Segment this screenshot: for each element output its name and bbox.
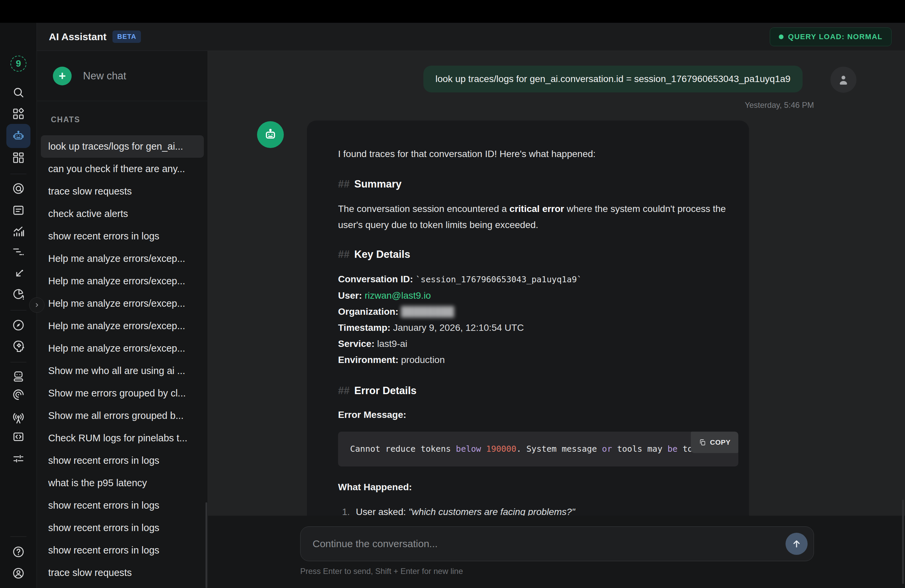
broadcast-antenna-icon[interactable] [10,410,27,426]
service-target-icon[interactable] [10,181,27,197]
account-icon[interactable] [10,565,27,581]
list-number: 1. [342,505,350,516]
code-token: 190000 [486,444,516,454]
heading-hashes: ## [338,178,349,190]
chat-history-list: look up traces/logs for gen_ai...can you… [41,135,204,584]
chat-history-item[interactable]: look up traces/logs for gen_ai... [41,135,204,158]
copy-icon [699,438,707,447]
apps-grid-icon[interactable] [10,106,27,122]
heading-hashes: ## [338,385,349,396]
query-load-badge: QUERY LOAD: NORMAL [770,27,892,46]
chat-history-item[interactable]: show recent errors in logs [41,225,204,248]
conversation-panel: look up traces/logs for gen_ai.conversat… [208,51,905,516]
rail-divider [10,362,27,362]
summary-heading: ##Summary [338,177,729,192]
detail-row: Organization: ████████ [338,304,729,320]
heading-hashes: ## [338,248,349,260]
code-token: . System message [516,444,602,454]
summary-paragraph: The conversation session encountered a c… [338,201,745,233]
list-text: User asked: "which customers are facing … [356,505,575,516]
chat-history-item[interactable]: Check RUM logs for pinelabs t... [41,427,204,450]
chat-history-item[interactable]: check active alerts [41,203,204,225]
robot-icon [263,127,278,142]
status-dot-icon [779,35,783,39]
rail-divider [10,174,27,174]
detail-row: Environment: production [338,352,729,368]
chat-history-item[interactable]: can you check if there are any... [41,158,204,180]
assistant-message-card: I found traces for that conversation ID!… [307,121,749,516]
window-top-strip [0,0,905,23]
chat-history-item[interactable]: show recent errors in logs [41,539,204,561]
composer-hint: Press Enter to send, Shift + Enter for n… [300,567,463,576]
beta-badge: BETA [113,30,141,43]
discover-compass-icon[interactable] [10,317,27,333]
chats-sidebar: + New chat CHATS look up traces/logs for… [37,51,208,588]
last9-logo[interactable]: 9 [10,56,27,72]
new-chat-label: New chat [83,70,126,82]
chat-history-item[interactable]: Show me who all are using ai ... [41,360,204,382]
app-header: AI Assistant BETA QUERY LOAD: NORMAL [37,23,905,51]
chat-history-item[interactable]: trace slow requests [41,180,204,203]
detail-label: Timestamp: [338,323,393,333]
logs-document-icon[interactable] [10,202,27,218]
error-code-block: Cannot reduce tokens below 190000. Syste… [338,432,738,466]
detail-label: Conversation ID: [338,274,416,284]
chat-history-item[interactable]: Help me analyze errors/excep... [41,270,204,292]
settings-sliders-icon[interactable] [10,451,27,467]
detail-value: production [401,354,445,365]
chat-history-item[interactable]: show recent errors in logs [41,516,204,539]
rail-divider [10,310,27,310]
list-text-quote: "which customers are facing problems?" [409,507,575,516]
grafana-spiral-icon[interactable] [10,386,27,402]
chat-history-item[interactable]: Show me errors grouped by cl... [41,382,204,405]
chat-history-item[interactable]: what is the p95 latency [41,472,204,494]
new-chat-button[interactable]: + New chat [37,51,208,101]
detail-value: ████████ [401,307,454,317]
chat-history-item[interactable]: trace slow requests [41,561,204,584]
key-details-list: Conversation ID: `session_1767960653043_… [338,271,729,368]
error-code-text: Cannot reduce tokens below 190000. Syste… [350,442,708,456]
chat-history-item[interactable]: Help me analyze errors/excep... [41,337,204,360]
code-token: tools may [612,444,668,454]
ingest-arrow-icon[interactable] [10,266,27,282]
page-title: AI Assistant [49,31,106,43]
detail-value: January 9, 2026, 12:10:54 UTC [393,323,524,333]
ai-assistant-robot-icon[interactable] [6,124,30,148]
integrations-code-icon[interactable] [10,429,27,445]
copy-button[interactable]: COPY [691,432,738,453]
assistant-avatar [257,121,284,148]
composer-input[interactable] [300,538,814,550]
user-avatar [830,67,856,93]
sidebar-collapse-button[interactable] [29,297,44,313]
detail-label: Service: [338,338,377,349]
code-token: below [456,444,481,454]
bot-agent-icon[interactable] [10,368,27,385]
chat-history-item[interactable]: Show me all errors grouped b... [41,405,204,427]
logo-text: 9 [16,58,21,69]
alerts-pie-icon[interactable] [10,286,27,302]
ai-brain-icon[interactable] [10,338,27,354]
what-happened-item: 1.User asked: "which customers are facin… [338,505,729,516]
chevron-right-icon [33,301,41,309]
chat-history-item[interactable]: show recent errors in logs [41,494,204,516]
chat-history-item[interactable]: Help me analyze errors/excep... [41,292,204,315]
chats-section-header: CHATS [51,115,80,124]
page-scrollbar[interactable] [902,500,904,584]
dashboards-icon[interactable] [10,150,27,166]
what-happened-label: What Happened: [338,480,729,494]
help-icon[interactable] [10,544,27,560]
chat-history-item[interactable]: Help me analyze errors/excep... [41,248,204,270]
detail-label: Environment: [338,354,401,365]
chat-history-item[interactable]: show recent errors in logs [41,450,204,472]
composer-inputbox [300,526,814,561]
chat-history-item[interactable]: Help me analyze errors/excep... [41,315,204,337]
sidebar-scrollbar[interactable] [205,502,207,588]
metrics-chart-icon[interactable] [10,223,27,239]
send-button[interactable] [786,533,808,555]
code-token [481,444,486,454]
detail-row: Conversation ID: `session_1767960653043_… [338,271,729,288]
search-icon[interactable] [10,84,27,100]
traces-waterfall-icon[interactable] [10,244,27,260]
summary-bold-text: critical error [510,203,564,214]
detail-label: Organization: [338,307,401,317]
